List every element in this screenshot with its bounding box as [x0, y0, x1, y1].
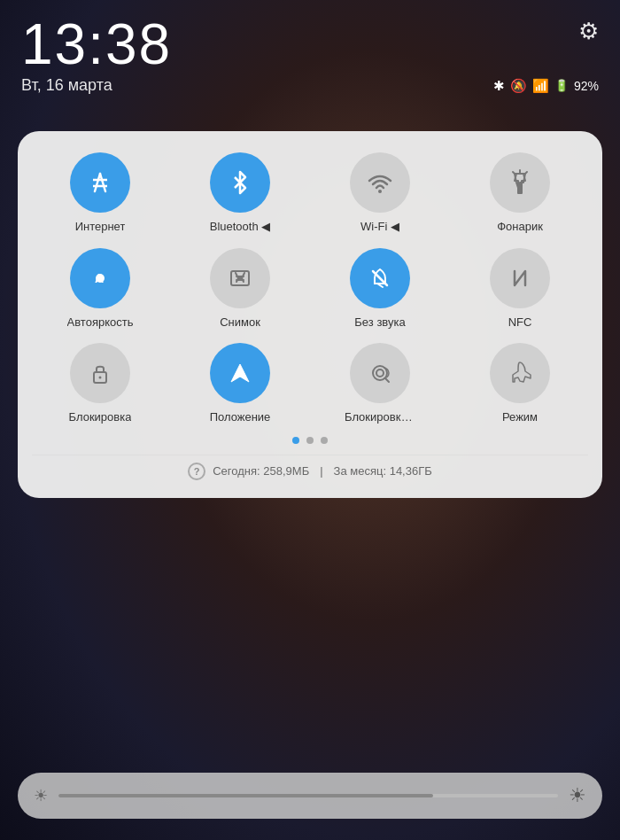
- tile-lockscreen[interactable]: Блокировка: [32, 339, 168, 428]
- screenshot-icon: [226, 264, 254, 292]
- tile-bluetooth[interactable]: Bluetooth ◀: [172, 149, 308, 237]
- tile-autobright[interactable]: A Автояркость: [32, 245, 168, 333]
- tile-airplane[interactable]: Режим: [452, 339, 588, 428]
- brightness-high-icon: ☀: [569, 784, 586, 807]
- data-usage-row: ? Сегодня: 258,9МБ | За месяц: 14,36ГБ: [32, 455, 588, 484]
- bluetooth-icon-circle: [210, 152, 270, 213]
- wifi-icon-circle: [350, 152, 410, 213]
- status-icons: ✱ 🔕 📶 🔋 92%: [493, 78, 599, 94]
- internet-icon-circle: [70, 152, 130, 213]
- lock-icon: [86, 359, 114, 387]
- brightness-low-icon: ☀: [34, 786, 48, 805]
- dot-1[interactable]: [292, 437, 299, 444]
- screenlock2-icon-circle: [350, 343, 410, 403]
- internet-label: Интернет: [75, 220, 126, 234]
- battery-icon: 🔋: [554, 79, 569, 92]
- wifi-icon: [366, 168, 394, 197]
- svg-text:A: A: [95, 271, 104, 285]
- silent-icon: [366, 264, 394, 292]
- nfc-icon-circle: [490, 248, 550, 308]
- date-row: Вт, 16 марта ✱ 🔕 📶 🔋 92%: [21, 76, 599, 95]
- tile-wifi[interactable]: Wi-Fi ◀: [312, 149, 448, 237]
- battery-percent: 92%: [574, 79, 599, 93]
- svg-line-8: [525, 172, 527, 174]
- airplane-label: Режим: [502, 410, 538, 424]
- autobright-icon-circle: A: [70, 248, 130, 308]
- autobright-label: Автояркость: [67, 315, 134, 330]
- autobright-icon: A: [86, 264, 114, 292]
- tile-nfc[interactable]: NFC: [452, 245, 588, 333]
- location-icon-circle: [210, 343, 270, 403]
- svg-marker-18: [231, 364, 249, 382]
- dot-2[interactable]: [306, 437, 314, 444]
- lockscreen-icon-circle: [70, 343, 130, 403]
- svg-point-17: [99, 377, 102, 379]
- svg-line-0: [95, 174, 100, 191]
- location-icon: [226, 359, 254, 387]
- screenshot-label: Снимок: [220, 315, 260, 330]
- silent-label: Без звука: [354, 315, 405, 330]
- data-usage-help-icon[interactable]: ?: [188, 463, 205, 480]
- screenlock2-label: Блокировка экрана: [345, 410, 415, 424]
- nfc-icon: [506, 264, 534, 292]
- tiles-grid: Интернет Bluetooth ◀ Wi-Fi ◀: [32, 149, 588, 428]
- tile-screenlock2[interactable]: Блокировка экрана: [312, 339, 448, 428]
- flashlight-icon-circle: [490, 152, 550, 213]
- svg-line-7: [513, 172, 515, 174]
- screenshot-icon-circle: [210, 248, 270, 308]
- tile-screenshot[interactable]: Снимок: [172, 245, 308, 333]
- quick-settings-panel: Интернет Bluetooth ◀ Wi-Fi ◀: [18, 131, 602, 498]
- screenlock2-icon: [366, 359, 394, 387]
- wifi-label: Wi-Fi ◀: [360, 220, 399, 234]
- dot-3[interactable]: [321, 437, 328, 444]
- signal-icon: 📶: [532, 78, 549, 94]
- bluetooth-status-icon: ✱: [493, 78, 505, 94]
- svg-point-4: [378, 190, 382, 193]
- tile-flashlight[interactable]: Фонарик: [452, 149, 588, 237]
- location-label: Положение: [210, 410, 271, 424]
- brightness-track[interactable]: [58, 794, 558, 797]
- silent-icon-circle: [350, 248, 410, 308]
- bluetooth-icon: [226, 168, 254, 197]
- flashlight-icon: [506, 168, 534, 197]
- brightness-fill: [58, 794, 433, 797]
- brightness-bar[interactable]: ☀ ☀: [18, 773, 602, 819]
- flashlight-label: Фонарик: [497, 220, 543, 234]
- tile-location[interactable]: Положение: [172, 339, 308, 428]
- month-usage: За месяц: 14,36ГБ: [334, 464, 432, 478]
- svg-line-1: [100, 174, 105, 191]
- airplane-icon-circle: [490, 343, 550, 403]
- lockscreen-label: Блокировка: [69, 410, 132, 424]
- internet-icon: [86, 168, 114, 197]
- vibrate-icon: 🔕: [510, 78, 527, 94]
- time-display: 13:38: [21, 16, 599, 73]
- nfc-label: NFC: [508, 315, 532, 330]
- airplane-icon: [506, 359, 534, 387]
- pagination-dots: [32, 437, 588, 444]
- date-display: Вт, 16 марта: [21, 76, 112, 95]
- tile-internet[interactable]: Интернет: [32, 149, 168, 237]
- separator: |: [320, 464, 322, 478]
- svg-point-20: [376, 369, 384, 377]
- tile-silent[interactable]: Без звука: [312, 245, 448, 333]
- status-bar: 13:38 Вт, 16 марта ✱ 🔕 📶 🔋 92%: [0, 0, 620, 102]
- bluetooth-label: Bluetooth ◀: [210, 220, 271, 234]
- today-usage: Сегодня: 258,9МБ: [213, 464, 309, 478]
